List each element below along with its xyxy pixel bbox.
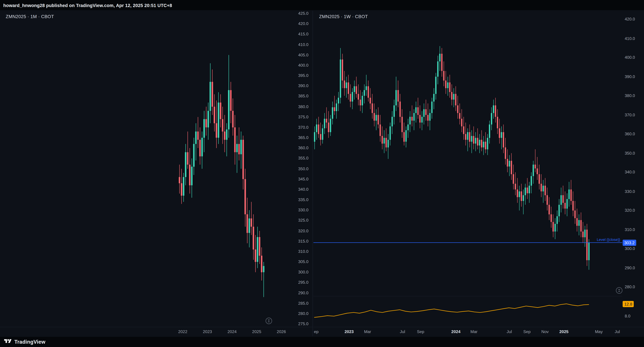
candle bbox=[491, 113, 492, 124]
candle bbox=[240, 140, 242, 154]
candle bbox=[263, 266, 264, 272]
price-axis-label: 315.0 bbox=[298, 239, 308, 244]
candle bbox=[366, 86, 367, 90]
monthly-chart-legend: ZMN2025 · 1M · CBOT bbox=[6, 14, 54, 19]
indicator-value-tag: 12.8 bbox=[623, 301, 634, 307]
candle bbox=[487, 138, 488, 149]
candle bbox=[554, 224, 556, 231]
price-axis-label: 325.0 bbox=[298, 218, 308, 223]
candle bbox=[465, 134, 466, 140]
candle bbox=[461, 119, 462, 126]
candle bbox=[570, 190, 572, 201]
price-axis-label: 390.0 bbox=[625, 74, 635, 79]
time-axis-label: Jul bbox=[507, 329, 512, 334]
candle bbox=[234, 127, 236, 152]
indicator-line bbox=[314, 304, 589, 317]
candle bbox=[471, 136, 472, 142]
candle bbox=[372, 103, 373, 113]
candle bbox=[435, 77, 436, 94]
candle bbox=[179, 177, 180, 183]
price-axis-label: 290.0 bbox=[625, 265, 635, 270]
candle bbox=[449, 82, 450, 92]
price-axis-label: 375.0 bbox=[298, 115, 308, 119]
candle bbox=[232, 111, 234, 127]
monthly-price-axis[interactable]: 425.0420.0415.0410.0405.0400.0395.0390.0… bbox=[296, 11, 313, 327]
candle bbox=[346, 82, 347, 88]
delayed-data-icon bbox=[265, 317, 272, 324]
candle bbox=[509, 161, 510, 167]
time-axis-label: Nov bbox=[541, 329, 549, 334]
indicator-pane[interactable] bbox=[314, 296, 622, 327]
candle bbox=[548, 205, 550, 214]
weekly-time-axis[interactable]: ep2023MarJulSep2024MarJulSepNov2025MayJu… bbox=[314, 327, 644, 336]
candle bbox=[485, 142, 486, 149]
candle bbox=[187, 152, 188, 165]
candle bbox=[463, 126, 464, 134]
candle bbox=[511, 161, 512, 174]
candle bbox=[405, 130, 407, 142]
candle bbox=[216, 123, 217, 138]
candle bbox=[380, 125, 381, 136]
candle bbox=[556, 216, 558, 224]
candle bbox=[376, 115, 377, 121]
monthly-candlestick-pane[interactable] bbox=[0, 11, 296, 327]
candle bbox=[483, 142, 484, 147]
candle bbox=[453, 94, 454, 100]
candle bbox=[537, 168, 538, 174]
candle bbox=[197, 131, 199, 140]
candle bbox=[212, 82, 213, 107]
candle bbox=[364, 90, 365, 96]
candle bbox=[550, 214, 552, 222]
candle bbox=[469, 132, 470, 142]
price-axis-label: 320.0 bbox=[298, 228, 308, 233]
candle bbox=[338, 98, 339, 103]
candle bbox=[396, 90, 397, 105]
candle bbox=[566, 199, 568, 209]
candle bbox=[218, 103, 219, 138]
candle bbox=[195, 131, 197, 144]
candle bbox=[477, 138, 478, 146]
candle bbox=[586, 230, 588, 260]
tradingview-logo-icon[interactable] bbox=[4, 338, 12, 345]
time-axis-label: 2024 bbox=[228, 329, 236, 334]
candle bbox=[564, 203, 566, 208]
candle bbox=[441, 54, 442, 71]
weekly-price-axis[interactable]: 420.0410.0400.0390.0380.0370.0360.0350.0… bbox=[622, 11, 644, 327]
publish-info-text: howard_hnwong28 published on TradingView… bbox=[3, 3, 172, 8]
candle bbox=[181, 183, 182, 196]
price-axis-label: 400.0 bbox=[298, 63, 308, 68]
candle bbox=[193, 144, 195, 167]
candle bbox=[210, 82, 211, 111]
candle bbox=[400, 102, 401, 117]
candle bbox=[183, 177, 184, 196]
candle bbox=[523, 195, 524, 201]
candle bbox=[320, 134, 321, 140]
time-axis-label: 2025 bbox=[252, 329, 261, 334]
candle bbox=[568, 190, 570, 199]
tradingview-brand-text[interactable]: TradingView bbox=[14, 339, 46, 345]
candle bbox=[230, 90, 232, 111]
candle bbox=[402, 117, 403, 132]
candle bbox=[350, 94, 351, 102]
candle bbox=[459, 113, 460, 119]
time-axis-label: Sep bbox=[523, 329, 531, 334]
candle bbox=[204, 119, 205, 138]
time-axis-label: May bbox=[595, 329, 602, 334]
candle bbox=[220, 103, 221, 119]
weekly-candlestick-pane[interactable] bbox=[314, 11, 622, 296]
candle bbox=[410, 117, 411, 125]
candle bbox=[360, 100, 361, 105]
candle bbox=[507, 159, 508, 167]
candle bbox=[394, 105, 395, 117]
price-axis-label: 420.0 bbox=[625, 17, 635, 22]
candle bbox=[582, 231, 584, 237]
candle bbox=[384, 138, 385, 144]
monthly-time-axis[interactable]: 20222023202420252026 bbox=[0, 327, 312, 336]
time-axis-label: 2022 bbox=[178, 329, 187, 334]
price-axis-label: 395.0 bbox=[298, 73, 308, 78]
candle bbox=[332, 107, 333, 119]
candle bbox=[455, 94, 456, 105]
candle bbox=[358, 94, 359, 100]
price-axis-label: 360.0 bbox=[298, 146, 308, 150]
time-axis-label: Jul bbox=[400, 329, 405, 334]
